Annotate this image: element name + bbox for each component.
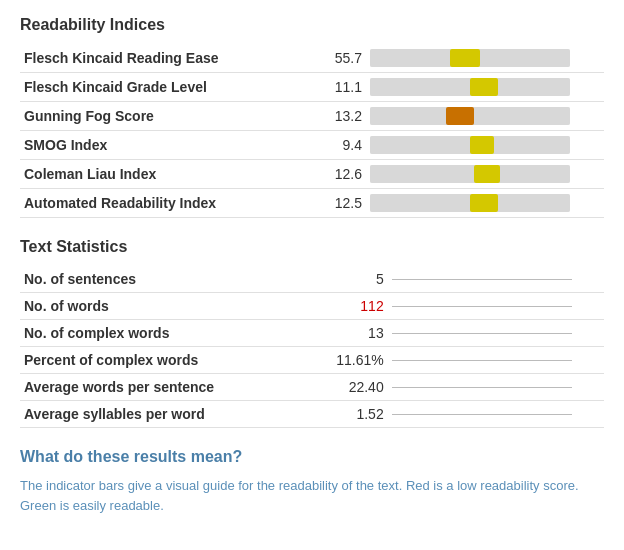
index-bar-cell: [366, 102, 604, 131]
what-title: What do these results mean?: [20, 448, 604, 466]
stat-row: No. of words112: [20, 293, 604, 320]
index-row: Flesch Kincaid Grade Level11.1: [20, 73, 604, 102]
index-bar-cell: [366, 131, 604, 160]
index-bar-cell: [366, 189, 604, 218]
stat-label: Average words per sentence: [20, 374, 301, 401]
index-bar-cell: [366, 160, 604, 189]
stat-line: [388, 293, 604, 320]
index-label: Coleman Liau Index: [20, 160, 301, 189]
index-label: SMOG Index: [20, 131, 301, 160]
stat-label: No. of complex words: [20, 320, 301, 347]
index-row: Coleman Liau Index12.6: [20, 160, 604, 189]
index-bar-container: [370, 194, 570, 212]
stat-line: [388, 401, 604, 428]
stat-row: Percent of complex words11.61%: [20, 347, 604, 374]
stat-row: Average words per sentence22.40: [20, 374, 604, 401]
index-label: Gunning Fog Score: [20, 102, 301, 131]
stat-line: [388, 374, 604, 401]
index-bar-fill: [470, 136, 494, 154]
index-value: 13.2: [301, 102, 366, 131]
stat-label: No. of sentences: [20, 266, 301, 293]
stat-row: Average syllables per word1.52: [20, 401, 604, 428]
index-value: 9.4: [301, 131, 366, 160]
stat-value: 5: [301, 266, 388, 293]
index-row: Gunning Fog Score13.2: [20, 102, 604, 131]
index-bar-fill: [450, 49, 480, 67]
index-value: 11.1: [301, 73, 366, 102]
index-label: Automated Readability Index: [20, 189, 301, 218]
stat-row: No. of complex words13: [20, 320, 604, 347]
stat-line: [388, 320, 604, 347]
index-value: 55.7: [301, 44, 366, 73]
indices-table: Flesch Kincaid Reading Ease55.7Flesch Ki…: [20, 44, 604, 218]
index-value: 12.5: [301, 189, 366, 218]
index-bar-container: [370, 78, 570, 96]
index-bar-container: [370, 107, 570, 125]
stat-row: No. of sentences5: [20, 266, 604, 293]
index-bar-fill: [470, 194, 498, 212]
index-value: 12.6: [301, 160, 366, 189]
index-row: SMOG Index9.4: [20, 131, 604, 160]
stat-value: 11.61%: [301, 347, 388, 374]
stat-value: 22.40: [301, 374, 388, 401]
index-bar-cell: [366, 73, 604, 102]
index-bar-fill: [446, 107, 474, 125]
index-bar-container: [370, 136, 570, 154]
stat-label: Average syllables per word: [20, 401, 301, 428]
page-title: Readability Indices: [20, 16, 604, 34]
index-row: Automated Readability Index12.5: [20, 189, 604, 218]
stat-value: 13: [301, 320, 388, 347]
index-bar-cell: [366, 44, 604, 73]
stat-line: [388, 347, 604, 374]
stat-line: [388, 266, 604, 293]
index-label: Flesch Kincaid Grade Level: [20, 73, 301, 102]
index-bar-fill: [474, 165, 500, 183]
stats-table: No. of sentences5No. of words112No. of c…: [20, 266, 604, 428]
stat-label: Percent of complex words: [20, 347, 301, 374]
index-label: Flesch Kincaid Reading Ease: [20, 44, 301, 73]
index-row: Flesch Kincaid Reading Ease55.7: [20, 44, 604, 73]
stat-label: No. of words: [20, 293, 301, 320]
stats-title: Text Statistics: [20, 238, 604, 256]
stat-value: 112: [301, 293, 388, 320]
index-bar-container: [370, 165, 570, 183]
what-text: The indicator bars give a visual guide f…: [20, 476, 604, 515]
stat-value: 1.52: [301, 401, 388, 428]
index-bar-container: [370, 49, 570, 67]
index-bar-fill: [470, 78, 498, 96]
